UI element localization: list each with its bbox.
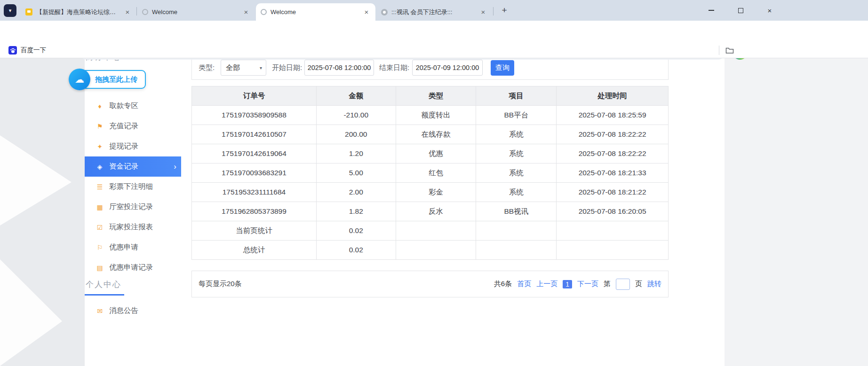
sidebar-item-withdraw-zone[interactable]: ♦ 取款专区 (85, 96, 181, 116)
browser-address-bar: ← → ↻ ⌂ js13.cc/hhcp/usercenter.html?ini… (0, 21, 868, 42)
close-tab-icon[interactable]: × (479, 8, 487, 16)
first-page-link[interactable]: 首页 (517, 280, 531, 288)
col-amount: 金额 (316, 86, 396, 106)
cell-process-time: 2025-07-08 18:21:33 (557, 164, 669, 183)
cell-amount: 1.82 (316, 202, 396, 221)
other-bookmarks-folder-icon[interactable] (725, 47, 734, 54)
col-process-time: 处理时间 (557, 86, 669, 106)
generic-favicon-icon (381, 9, 388, 16)
promo-apply-icon: ⚐ (95, 244, 104, 251)
tab-title: :::视讯 会员下注纪录::: (391, 8, 475, 16)
close-window-button[interactable]: × (763, 5, 777, 16)
table-summary-row: 当前页统计 0.02 (192, 221, 669, 241)
cell-process-time: 2025-07-08 16:20:05 (557, 202, 669, 221)
prev-page-link[interactable]: 上一页 (536, 280, 557, 288)
close-tab-icon[interactable]: × (123, 8, 132, 16)
cell-summary-label: 当前页统计 (192, 221, 317, 241)
cell-project: BB平台 (476, 106, 557, 125)
promo-apply-record-icon: ▤ (95, 264, 104, 272)
start-date-label: 开始日期: (272, 63, 302, 72)
page-right-gutter (725, 58, 868, 366)
next-page-link[interactable]: 下一页 (577, 280, 598, 288)
cell-process-time: 2025-07-08 18:21:22 (557, 183, 669, 202)
total-count-text: 共6条 (494, 280, 512, 288)
maximize-button[interactable] (733, 5, 748, 16)
sidebar-item-hall-bet-records[interactable]: ▦ 厅室投注记录 (85, 197, 181, 217)
decor-triangle (0, 135, 72, 226)
cell-empty (396, 241, 476, 260)
new-tab-button[interactable]: + (499, 5, 510, 16)
page-size-text: 每页显示20条 (199, 280, 242, 288)
cell-project: 系统 (476, 183, 557, 202)
cell-project: BB视讯 (476, 202, 557, 221)
cell-project: 系统 (476, 164, 557, 183)
cell-type: 彩金 (396, 183, 476, 202)
sidebar-item-label: 提现记录 (109, 141, 138, 151)
tab-divider (493, 7, 494, 16)
search-button[interactable]: 查询 (491, 60, 514, 76)
browser-tab-bar: ▾ 【新提醒】海燕策略论坛综合交 × Welcome × Welcome × :… (0, 0, 868, 21)
generic-favicon-icon (142, 9, 148, 15)
maximize-icon (738, 8, 743, 13)
cell-process-time: 2025-07-08 18:22:22 (557, 144, 669, 164)
cell-type: 在线存款 (396, 125, 476, 144)
hall-bet-record-icon: ▦ (95, 203, 104, 211)
type-select[interactable]: 全部 ▾ (221, 60, 266, 76)
cell-order-id: 1751970142610507 (192, 125, 317, 144)
sidebar-item-promo-apply-records[interactable]: ▤ 优惠申请记录 (85, 257, 181, 278)
bookmark-baidu[interactable]: 百度一下 (6, 45, 49, 56)
cell-project: 系统 (476, 125, 557, 144)
bookmark-label: 百度一下 (21, 46, 46, 55)
sidebar-item-label: 彩票下注明细 (109, 182, 153, 192)
cell-amount: 5.00 (316, 164, 396, 183)
cell-order-id: 1751953231111684 (192, 183, 317, 202)
type-label: 类型: (199, 63, 215, 72)
sidebar-item-promo-apply[interactable]: ⚐ 优惠申请 (85, 237, 181, 257)
sidebar-item-message-announcement[interactable]: ✉ 消息公告 (85, 301, 181, 321)
sidebar-item-player-bet-report[interactable]: ☑ 玩家投注报表 (85, 217, 181, 237)
funds-record-table: 订单号 金额 类型 项目 处理时间 1751970358909588 -210.… (191, 86, 669, 260)
browser-tab-welcome-active[interactable]: Welcome × (256, 3, 375, 21)
cell-empty (557, 221, 669, 241)
sidebar-item-label: 充值记录 (109, 121, 138, 131)
jump-action-link[interactable]: 跳转 (647, 280, 661, 288)
type-select-value: 全部 (226, 63, 240, 72)
table-summary-row: 总统计 0.02 (192, 241, 669, 260)
jump-page-input[interactable] (616, 279, 630, 290)
cell-process-time: 2025-07-08 18:25:59 (557, 106, 669, 125)
col-order-id: 订单号 (192, 86, 317, 106)
col-type: 类型 (396, 86, 476, 106)
col-project: 项目 (476, 86, 557, 106)
sidebar-item-label: 优惠申请记录 (109, 263, 153, 273)
drag-upload-overlay[interactable]: 拖拽至此上传 ☁ (69, 69, 146, 89)
close-tab-icon[interactable]: × (362, 8, 371, 16)
table-row: 1751970358909588 -210.00 额度转出 BB平台 2025-… (192, 106, 669, 125)
sidebar-item-recharge-records[interactable]: ⚑ 充值记录 (85, 116, 181, 136)
sidebar-item-label: 优惠申请 (109, 242, 138, 252)
sidebar-item-funds-records[interactable]: ◈ 资金记录 › (85, 156, 181, 177)
start-date-input[interactable] (304, 60, 374, 76)
cell-amount: 0.02 (316, 241, 396, 260)
sidebar-item-label: 玩家投注报表 (109, 222, 153, 232)
end-date-input[interactable] (412, 60, 483, 76)
browser-tab-video-records[interactable]: :::视讯 会员下注纪录::: × (376, 3, 492, 21)
minimize-button[interactable] (704, 5, 718, 16)
sidebar-item-lottery-bet-detail[interactable]: ☰ 彩票下注明细 (85, 177, 181, 197)
withdraw-icon: ♦ (95, 102, 104, 110)
cell-empty (476, 241, 557, 260)
lottery-bet-detail-icon: ☰ (95, 183, 104, 191)
table-row: 1751970142610507 200.00 在线存款 系统 2025-07-… (192, 125, 669, 144)
funds-record-icon: ◈ (95, 163, 104, 171)
decor-triangle (0, 259, 62, 366)
table-row: 1751962805373899 1.82 反水 BB视讯 2025-07-08… (192, 202, 669, 221)
close-tab-icon[interactable]: × (242, 8, 250, 16)
table-row: 1751953231111684 2.00 彩金 系统 2025-07-08 1… (192, 183, 669, 202)
jump-prefix-label: 第 (604, 280, 611, 288)
sidebar-item-withdrawal-records[interactable]: ✦ 提现记录 (85, 136, 181, 156)
browser-tab-forum[interactable]: 【新提醒】海燕策略论坛综合交 × (21, 3, 136, 21)
browser-tab-welcome-1[interactable]: Welcome × (137, 3, 255, 21)
cell-empty (557, 241, 669, 260)
sidebar-section-personal: 个人中心 (86, 279, 121, 290)
end-date-label: 结束日期: (379, 63, 409, 72)
tab-search-button[interactable]: ▾ (4, 4, 16, 17)
